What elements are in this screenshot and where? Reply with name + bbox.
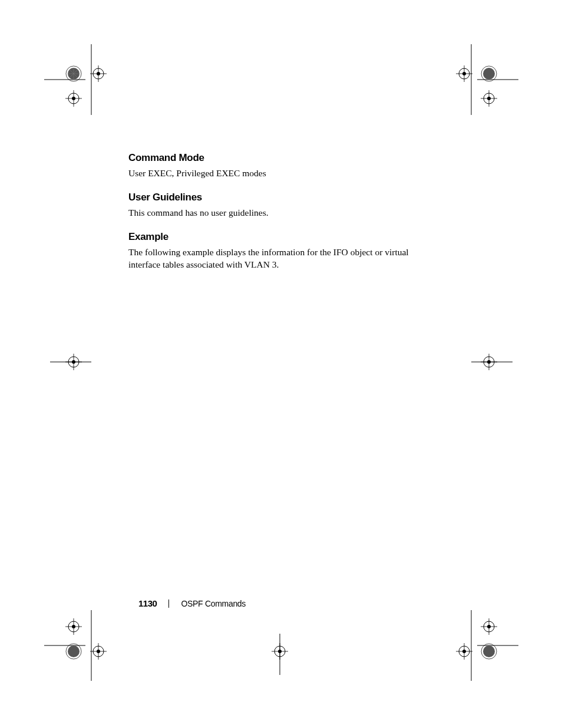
svg-point-59 (459, 646, 470, 657)
crop-mark-bottom-right (436, 610, 518, 681)
command-mode-heading: Command Mode (128, 152, 435, 164)
user-guidelines-heading: User Guidelines (128, 192, 435, 203)
svg-point-30 (72, 360, 75, 364)
svg-point-2 (66, 66, 81, 81)
svg-point-19 (483, 68, 495, 80)
svg-point-47 (72, 625, 75, 628)
svg-point-24 (484, 93, 494, 104)
crop-mark-top-right (436, 44, 518, 115)
svg-point-8 (93, 68, 104, 79)
svg-point-43 (97, 650, 100, 653)
svg-point-60 (462, 650, 466, 653)
svg-point-29 (68, 357, 79, 367)
svg-point-21 (462, 72, 466, 75)
svg-line-7 (70, 70, 78, 78)
svg-point-12 (68, 93, 79, 104)
svg-point-20 (459, 68, 470, 79)
svg-point-57 (481, 644, 497, 659)
footer-divider (168, 599, 169, 608)
svg-point-13 (72, 97, 75, 100)
footer-label: OSPF Commands (181, 599, 246, 608)
svg-point-51 (275, 646, 285, 657)
user-guidelines-text: This command has no user guidelines. (128, 207, 435, 219)
svg-point-46 (68, 621, 79, 632)
svg-point-3 (68, 68, 80, 80)
page-content: Command Mode User EXEC, Privileged EXEC … (128, 152, 435, 283)
crop-mark-bottom-center (259, 634, 300, 675)
crop-mark-middle-left (50, 350, 91, 374)
crop-mark-top-left (44, 44, 127, 115)
example-text: The following example displays the infor… (128, 246, 435, 271)
svg-line-6 (70, 70, 78, 78)
svg-point-52 (278, 650, 282, 653)
example-heading: Example (128, 231, 435, 243)
svg-point-41 (68, 645, 80, 657)
svg-point-9 (97, 72, 100, 75)
svg-point-34 (484, 357, 494, 367)
command-mode-text: User EXEC, Privileged EXEC modes (128, 167, 435, 180)
page-number: 1130 (138, 598, 157, 608)
svg-point-18 (481, 66, 497, 81)
svg-point-42 (93, 646, 104, 657)
svg-point-25 (487, 97, 491, 100)
svg-point-40 (66, 644, 81, 659)
svg-point-35 (487, 360, 491, 364)
crop-mark-middle-right (471, 350, 513, 374)
svg-point-63 (484, 621, 494, 632)
svg-point-64 (487, 625, 491, 628)
svg-point-58 (483, 645, 495, 657)
page-footer: 1130 OSPF Commands (138, 598, 246, 608)
crop-mark-bottom-left (44, 610, 127, 681)
